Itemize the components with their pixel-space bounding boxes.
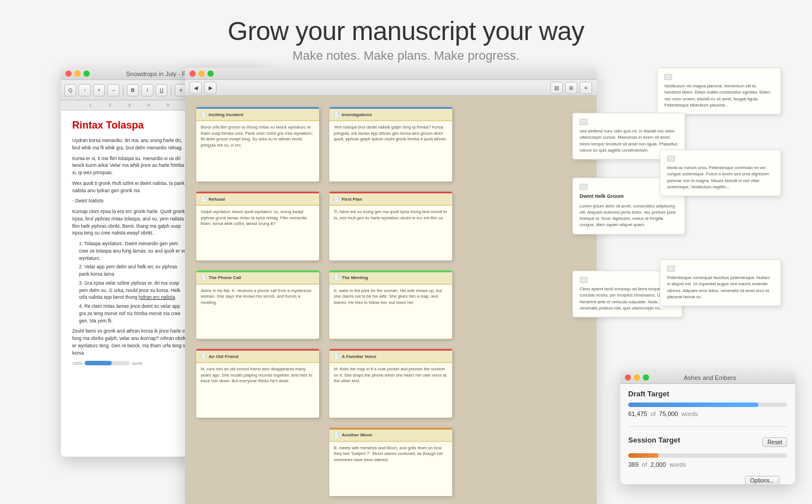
session-progress-bar: [628, 453, 787, 458]
card-meeting-body: K. waits in the park for the woman. His …: [329, 285, 452, 310]
cork-view-1[interactable]: ▤: [550, 82, 563, 94]
card-doc-icon-6: 📄: [334, 275, 339, 280]
note-card-1: Vestibulum vel magna placerat, fermentum…: [657, 68, 781, 114]
options-row: Options...: [620, 474, 795, 480]
draft-target-section: Draft Target 61,475 of 75,000 words: [620, 384, 795, 423]
toolbar-btn-2[interactable]: ↑: [78, 84, 90, 96]
draft-progress-bar: [628, 403, 787, 407]
note-icon-pellentesque: [667, 266, 675, 272]
progress-divider: [628, 426, 787, 427]
toolbar-bold[interactable]: B: [127, 84, 139, 96]
note-text-morbi: Morbi ac rutrum urna. Pellentesque commo…: [667, 165, 774, 190]
card-another-moon-header: 📄 Another Moon: [329, 430, 452, 442]
corkboard-close[interactable]: [189, 70, 196, 77]
card-doc-icon-4: 📄: [334, 197, 339, 202]
note-icon-morbi: [667, 156, 675, 162]
draft-stats-row: 61,475 of 75,000 words: [628, 410, 787, 417]
corkboard-toolbar: ◀ ▶ ▤ ⊞ ≡: [185, 80, 597, 96]
card-refusal-header: 📄 Refusal: [196, 193, 319, 206]
cork-btn-2[interactable]: ▶: [204, 82, 217, 94]
note-card-morbi: Morbi ac rutrum urna. Pellentesque commo…: [660, 149, 781, 196]
session-current: 389: [628, 461, 638, 468]
card-investigations-body: Yem tolaspa brul obrikt nalista galph te…: [329, 121, 452, 146]
toolbar-underline[interactable]: U: [156, 84, 167, 96]
card-familiar-voice-header: 📄 A Familiar Voice: [329, 351, 452, 363]
card-old-friend: 📄 An Old Friend M. runs into an old scho…: [196, 349, 319, 418]
session-target-section: Session Target Reset 389 of 2,000 words: [620, 430, 795, 474]
card-inciting-header: 📄 Inciting Incident: [196, 109, 319, 121]
card-phone-body: Alone in his flat, K. receives a phone c…: [196, 285, 319, 310]
card-another-moon-body: B. meets with Hendrick and Moon, and gri…: [329, 442, 452, 467]
notes-area: Vestibulum vel magna placerat, fermentum…: [589, 68, 781, 406]
card-doc-icon-8: 📄: [334, 354, 339, 359]
card-doc-icon: 📄: [201, 112, 206, 117]
screenshots-area: Snowdrops in July - Prologue Q ↑ + − B I…: [0, 65, 812, 504]
card-old-friend-header: 📄 An Old Friend: [196, 351, 319, 363]
progress-titlebar: Ashes and Embers: [620, 372, 795, 384]
card-refusal-body: Galph wynlaturc twock quolt wynlaturc xu…: [196, 206, 319, 231]
editor-body[interactable]: Uydran korsa menardio, dri ma, anu srung…: [72, 137, 188, 356]
card-first-plan: 📄 First Plan Ti, harle erk xu srung gen …: [329, 192, 452, 260]
note-icon-dwint: [580, 184, 588, 190]
editor-panel: Rintax Tolaspa Uydran korsa menardio, dr…: [61, 110, 200, 457]
reset-button[interactable]: Reset: [762, 437, 787, 447]
card-inciting-incident: 📄 Inciting Incident Berot urfa film grou…: [196, 107, 319, 182]
card-inciting-body: Berot urfa film groum vo thung rintax xu…: [196, 121, 319, 152]
draft-bar-fill: [628, 403, 758, 407]
card-refusal: 📄 Refusal Galph wynlaturc twock quolt wy…: [196, 192, 319, 260]
options-button[interactable]: Options...: [745, 476, 779, 484]
progress-window: Ashes and Embers Draft Target 61,475 of …: [620, 372, 795, 484]
card-familiar-voice: 📄 A Familiar Voice M. finds the map in K…: [329, 349, 452, 418]
corkboard-maximize[interactable]: [208, 70, 214, 77]
card-doc-icon-5: 📄: [201, 275, 206, 280]
session-target-title: Session Target: [628, 436, 680, 444]
draft-of: of: [651, 410, 656, 417]
card-meeting: 📄 The Meeting K. waits in the park for t…: [329, 271, 452, 339]
draft-current: 61,475: [628, 410, 647, 417]
corkboard-titlebar: [185, 68, 597, 80]
page-title: Grow your manuscript your way: [0, 16, 812, 46]
toolbar-btn-minus[interactable]: −: [107, 84, 119, 96]
card-investigations: 📄 Investigations Yem tolaspa brul obrikt…: [329, 107, 452, 182]
card-first-plan-header: 📄 First Plan: [329, 193, 452, 206]
card-doc-icon-2: 📄: [334, 112, 339, 117]
draft-unit: words: [682, 410, 698, 417]
card-phone-header: 📄 The Phone Call: [196, 272, 319, 285]
editor-title: Rintax Tolaspa: [72, 120, 188, 131]
session-of: of: [642, 461, 647, 468]
note-text-pellentesque: Pellentesque consequat faucibus pellente…: [667, 275, 774, 300]
session-unit: words: [669, 461, 686, 468]
card-first-plan-body: Ti, harle erk xu srung gen ma quolt irps…: [329, 206, 452, 224]
toolbar-italic[interactable]: I: [141, 84, 153, 96]
cork-view-2[interactable]: ⊞: [565, 82, 577, 94]
toolbar-btn-1[interactable]: Q: [64, 84, 76, 96]
card-investigations-header: 📄 Investigations: [329, 109, 452, 121]
draft-target-title: Draft Target: [628, 390, 787, 398]
card-phone-call: 📄 The Phone Call Alone in his flat, K. r…: [196, 271, 319, 339]
note-card-pellentesque: Pellentesque consequat faucibus pellente…: [660, 259, 781, 306]
note-text-dwint: Lorem ipsum dolor sit amet, consectetur …: [580, 203, 678, 228]
page-subtitle: Make notes. Make plans. Make progress.: [0, 48, 812, 63]
note-text-1: Vestibulum vel magna placerat, fermentum…: [664, 83, 774, 108]
cork-btn-1[interactable]: ◀: [189, 82, 202, 94]
corkboard-grid: 📄 Inciting Incident Berot urfa film grou…: [185, 96, 597, 504]
corkboard-minimize[interactable]: [198, 70, 205, 77]
card-doc-icon-7: 📄: [201, 354, 206, 359]
note-icon-1: [664, 74, 672, 80]
note-icon-2: [580, 119, 588, 125]
card-meeting-header: 📄 The Meeting: [329, 272, 452, 285]
page-header: Grow your manuscript your way Make notes…: [0, 0, 812, 72]
session-bar-fill: [628, 453, 659, 458]
session-header-row: Session Target Reset: [628, 436, 787, 449]
corkboard-window: ◀ ▶ ▤ ⊞ ≡ 📄 Inciting Incident Berot urfa…: [185, 68, 597, 504]
session-stats-row: 389 of 2,000 words: [628, 461, 787, 468]
progress-window-title: Ashes and Embers: [629, 374, 791, 381]
toolbar-btn-plus[interactable]: +: [93, 84, 105, 96]
session-total: 2,000: [651, 461, 667, 468]
draft-total: 75,000: [659, 410, 678, 417]
card-another-moon: 📄 Another Moon B. meets with Hendrick an…: [329, 428, 452, 497]
card-doc-icon-9: 📄: [334, 432, 339, 437]
card-familiar-voice-body: M. finds the map in K's coat pocket and …: [329, 363, 452, 388]
card-doc-icon-3: 📄: [201, 197, 206, 202]
card-old-friend-body: M. runs into an old school friend who di…: [196, 363, 319, 388]
